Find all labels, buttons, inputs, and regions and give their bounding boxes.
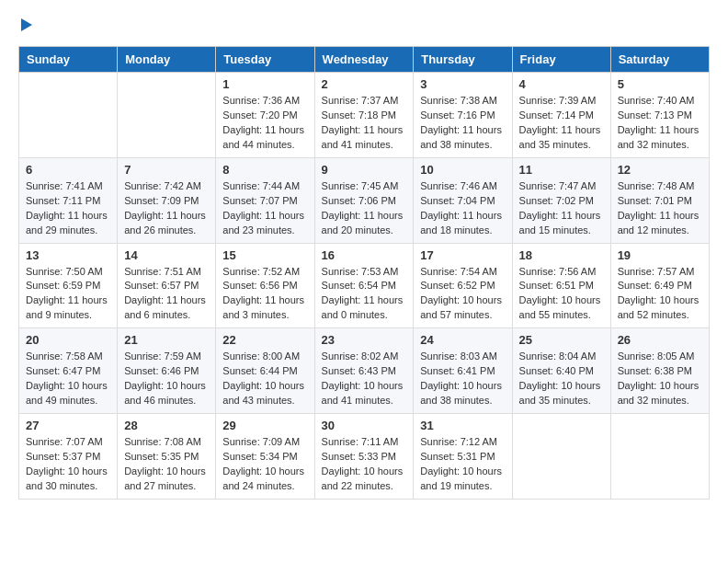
day-info: Sunrise: 7:38 AMSunset: 7:16 PMDaylight:… (420, 94, 505, 153)
calendar-cell: 6Sunrise: 7:41 AMSunset: 7:11 PMDaylight… (19, 157, 118, 243)
day-number: 9 (322, 163, 407, 177)
day-info: Sunrise: 8:03 AMSunset: 6:41 PMDaylight:… (420, 350, 505, 408)
calendar-cell: 18Sunrise: 7:56 AMSunset: 6:51 PMDayligh… (512, 243, 610, 328)
calendar-cell: 28Sunrise: 7:08 AMSunset: 5:35 PMDayligh… (118, 414, 216, 500)
day-number: 2 (322, 77, 407, 91)
calendar-cell: 10Sunrise: 7:46 AMSunset: 7:04 PMDayligh… (414, 157, 512, 243)
day-number: 30 (322, 419, 407, 432)
day-info: Sunrise: 7:48 AMSunset: 7:01 PMDaylight:… (618, 179, 702, 238)
day-info: Sunrise: 7:52 AMSunset: 6:56 PMDaylight:… (222, 265, 307, 324)
calendar-week-row: 27Sunrise: 7:07 AMSunset: 5:37 PMDayligh… (19, 414, 710, 500)
weekday-header: Monday (118, 47, 216, 73)
day-info: Sunrise: 7:53 AMSunset: 6:54 PMDaylight:… (322, 265, 407, 324)
calendar-cell: 14Sunrise: 7:51 AMSunset: 6:57 PMDayligh… (118, 243, 216, 328)
day-number: 10 (420, 163, 505, 177)
weekday-header: Wednesday (314, 47, 414, 73)
day-number: 16 (322, 248, 407, 262)
calendar-cell: 2Sunrise: 7:37 AMSunset: 7:18 PMDaylight… (314, 73, 414, 158)
day-info: Sunrise: 8:00 AMSunset: 6:44 PMDaylight:… (222, 350, 307, 408)
calendar-cell: 11Sunrise: 7:47 AMSunset: 7:02 PMDayligh… (512, 157, 610, 243)
calendar-week-row: 6Sunrise: 7:41 AMSunset: 7:11 PMDaylight… (19, 157, 710, 243)
calendar-cell (118, 73, 216, 158)
calendar-cell: 29Sunrise: 7:09 AMSunset: 5:34 PMDayligh… (216, 414, 314, 500)
calendar-cell: 26Sunrise: 8:05 AMSunset: 6:38 PMDayligh… (610, 328, 709, 414)
day-info: Sunrise: 7:47 AMSunset: 7:02 PMDaylight:… (519, 179, 604, 238)
weekday-header: Friday (512, 47, 610, 73)
calendar-cell: 4Sunrise: 7:39 AMSunset: 7:14 PMDaylight… (512, 73, 610, 158)
calendar-cell: 20Sunrise: 7:58 AMSunset: 6:47 PMDayligh… (19, 328, 118, 414)
day-number: 7 (124, 163, 209, 177)
calendar-cell: 21Sunrise: 7:59 AMSunset: 6:46 PMDayligh… (118, 328, 216, 414)
day-number: 11 (519, 163, 604, 177)
calendar-cell: 8Sunrise: 7:44 AMSunset: 7:07 PMDaylight… (216, 157, 314, 243)
day-info: Sunrise: 7:45 AMSunset: 7:06 PMDaylight:… (322, 179, 407, 238)
calendar-cell: 25Sunrise: 8:04 AMSunset: 6:40 PMDayligh… (512, 328, 610, 414)
day-info: Sunrise: 7:56 AMSunset: 6:51 PMDaylight:… (519, 265, 604, 324)
day-number: 12 (618, 163, 702, 177)
day-info: Sunrise: 7:12 AMSunset: 5:31 PMDaylight:… (420, 435, 505, 494)
day-number: 21 (124, 333, 209, 347)
day-info: Sunrise: 7:51 AMSunset: 6:57 PMDaylight:… (124, 265, 209, 324)
day-info: Sunrise: 7:36 AMSunset: 7:20 PMDaylight:… (222, 94, 307, 153)
day-info: Sunrise: 7:58 AMSunset: 6:47 PMDaylight:… (26, 350, 110, 408)
logo (18, 18, 32, 31)
day-number: 15 (222, 248, 307, 262)
day-number: 20 (26, 333, 110, 347)
day-info: Sunrise: 8:04 AMSunset: 6:40 PMDaylight:… (519, 350, 604, 408)
day-info: Sunrise: 7:41 AMSunset: 7:11 PMDaylight:… (26, 179, 110, 238)
calendar-cell: 31Sunrise: 7:12 AMSunset: 5:31 PMDayligh… (414, 414, 512, 500)
calendar-header-row: SundayMondayTuesdayWednesdayThursdayFrid… (19, 47, 710, 73)
day-number: 28 (124, 419, 209, 432)
calendar-week-row: 1Sunrise: 7:36 AMSunset: 7:20 PMDaylight… (19, 73, 710, 158)
calendar-cell: 16Sunrise: 7:53 AMSunset: 6:54 PMDayligh… (314, 243, 414, 328)
day-number: 31 (420, 419, 505, 432)
calendar-table: SundayMondayTuesdayWednesdayThursdayFrid… (18, 46, 710, 500)
day-number: 13 (26, 248, 110, 262)
calendar-cell: 19Sunrise: 7:57 AMSunset: 6:49 PMDayligh… (610, 243, 709, 328)
day-info: Sunrise: 7:42 AMSunset: 7:09 PMDaylight:… (124, 179, 209, 238)
calendar-cell: 13Sunrise: 7:50 AMSunset: 6:59 PMDayligh… (19, 243, 118, 328)
day-info: Sunrise: 8:05 AMSunset: 6:38 PMDaylight:… (618, 350, 702, 408)
day-info: Sunrise: 7:39 AMSunset: 7:14 PMDaylight:… (519, 94, 604, 153)
day-number: 23 (322, 333, 407, 347)
calendar-cell: 5Sunrise: 7:40 AMSunset: 7:13 PMDaylight… (610, 73, 709, 158)
calendar-cell: 15Sunrise: 7:52 AMSunset: 6:56 PMDayligh… (216, 243, 314, 328)
day-number: 14 (124, 248, 209, 262)
day-info: Sunrise: 7:57 AMSunset: 6:49 PMDaylight:… (618, 265, 702, 324)
day-number: 6 (26, 163, 110, 177)
calendar-week-row: 20Sunrise: 7:58 AMSunset: 6:47 PMDayligh… (19, 328, 710, 414)
calendar-cell: 7Sunrise: 7:42 AMSunset: 7:09 PMDaylight… (118, 157, 216, 243)
day-info: Sunrise: 7:09 AMSunset: 5:34 PMDaylight:… (222, 435, 307, 494)
day-number: 5 (618, 77, 702, 91)
day-number: 24 (420, 333, 505, 347)
day-info: Sunrise: 7:11 AMSunset: 5:33 PMDaylight:… (322, 435, 407, 494)
day-info: Sunrise: 7:37 AMSunset: 7:18 PMDaylight:… (322, 94, 407, 153)
weekday-header: Sunday (19, 47, 118, 73)
day-number: 17 (420, 248, 505, 262)
day-info: Sunrise: 7:50 AMSunset: 6:59 PMDaylight:… (26, 265, 110, 324)
day-number: 4 (519, 77, 604, 91)
weekday-header: Thursday (414, 47, 512, 73)
day-number: 19 (618, 248, 702, 262)
calendar-cell (512, 414, 610, 500)
day-info: Sunrise: 7:08 AMSunset: 5:35 PMDaylight:… (124, 435, 209, 494)
page-header (18, 18, 710, 31)
weekday-header: Tuesday (216, 47, 314, 73)
day-number: 1 (222, 77, 307, 91)
day-info: Sunrise: 7:44 AMSunset: 7:07 PMDaylight:… (222, 179, 307, 238)
calendar-cell: 3Sunrise: 7:38 AMSunset: 7:16 PMDaylight… (414, 73, 512, 158)
logo-arrow-icon (21, 18, 32, 31)
day-number: 29 (222, 419, 307, 432)
calendar-cell: 24Sunrise: 8:03 AMSunset: 6:41 PMDayligh… (414, 328, 512, 414)
day-number: 18 (519, 248, 604, 262)
calendar-cell: 1Sunrise: 7:36 AMSunset: 7:20 PMDaylight… (216, 73, 314, 158)
calendar-cell: 12Sunrise: 7:48 AMSunset: 7:01 PMDayligh… (610, 157, 709, 243)
day-info: Sunrise: 7:46 AMSunset: 7:04 PMDaylight:… (420, 179, 505, 238)
calendar-cell: 22Sunrise: 8:00 AMSunset: 6:44 PMDayligh… (216, 328, 314, 414)
calendar-body: 1Sunrise: 7:36 AMSunset: 7:20 PMDaylight… (19, 73, 710, 500)
day-info: Sunrise: 7:59 AMSunset: 6:46 PMDaylight:… (124, 350, 209, 408)
day-number: 22 (222, 333, 307, 347)
calendar-week-row: 13Sunrise: 7:50 AMSunset: 6:59 PMDayligh… (19, 243, 710, 328)
day-number: 26 (618, 333, 702, 347)
day-info: Sunrise: 7:54 AMSunset: 6:52 PMDaylight:… (420, 265, 505, 324)
